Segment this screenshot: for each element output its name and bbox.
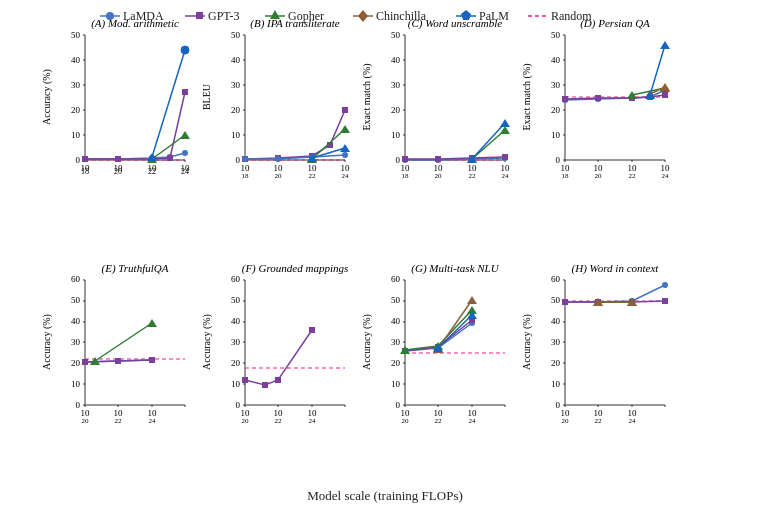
svg-text:60: 60 bbox=[71, 274, 81, 284]
svg-rect-220 bbox=[82, 359, 88, 365]
svg-text:10: 10 bbox=[231, 379, 241, 389]
svg-text:50: 50 bbox=[71, 30, 81, 40]
svg-text:40: 40 bbox=[551, 316, 561, 326]
chart-container: LaMDA GPT-3 Gopher Chinchilla PaLM Rando… bbox=[0, 0, 770, 516]
svg-text:22: 22 bbox=[435, 417, 443, 425]
svg-rect-256 bbox=[275, 377, 281, 383]
svg-text:(G) Multi-task NLU: (G) Multi-task NLU bbox=[411, 262, 499, 275]
svg-text:Accuracy (%): Accuracy (%) bbox=[41, 314, 53, 370]
svg-text:40: 40 bbox=[71, 55, 81, 65]
svg-text:Exact match (%): Exact match (%) bbox=[361, 63, 373, 130]
svg-text:30: 30 bbox=[71, 80, 81, 90]
svg-text:50: 50 bbox=[551, 30, 561, 40]
svg-text:30: 30 bbox=[391, 80, 401, 90]
svg-text:24: 24 bbox=[149, 417, 157, 425]
svg-text:10: 10 bbox=[551, 130, 561, 140]
svg-text:22: 22 bbox=[148, 167, 156, 176]
svg-rect-181 bbox=[662, 92, 668, 98]
svg-rect-136 bbox=[435, 156, 441, 162]
x-axis-label: Model scale (training FLOPs) bbox=[307, 488, 463, 503]
svg-text:Accuracy (%): Accuracy (%) bbox=[41, 69, 53, 125]
svg-text:(B) IPA transliterate: (B) IPA transliterate bbox=[250, 17, 340, 30]
svg-text:30: 30 bbox=[391, 337, 401, 347]
svg-text:(F) Grounded mappings: (F) Grounded mappings bbox=[242, 262, 349, 275]
svg-text:20: 20 bbox=[114, 167, 122, 176]
svg-text:40: 40 bbox=[391, 316, 401, 326]
svg-text:Exact match (%): Exact match (%) bbox=[521, 63, 533, 130]
svg-rect-222 bbox=[149, 357, 155, 363]
svg-text:(D) Persian QA: (D) Persian QA bbox=[580, 17, 650, 30]
svg-text:20: 20 bbox=[71, 358, 81, 368]
svg-text:30: 30 bbox=[231, 80, 241, 90]
svg-text:20: 20 bbox=[71, 105, 81, 115]
svg-text:Accuracy (%): Accuracy (%) bbox=[201, 314, 213, 370]
svg-rect-254 bbox=[242, 377, 248, 383]
svg-rect-336 bbox=[662, 298, 668, 304]
svg-text:20: 20 bbox=[562, 417, 570, 425]
svg-text:50: 50 bbox=[231, 30, 241, 40]
svg-rect-178 bbox=[595, 95, 601, 101]
svg-point-94 bbox=[242, 156, 248, 162]
svg-text:24: 24 bbox=[629, 417, 637, 425]
svg-text:20: 20 bbox=[242, 417, 250, 425]
svg-text:22: 22 bbox=[309, 172, 317, 180]
svg-rect-135 bbox=[402, 156, 408, 162]
svg-text:22: 22 bbox=[595, 417, 603, 425]
svg-text:10: 10 bbox=[71, 379, 81, 389]
svg-rect-177 bbox=[562, 96, 568, 102]
svg-text:22: 22 bbox=[115, 417, 123, 425]
svg-text:20: 20 bbox=[402, 417, 410, 425]
svg-text:50: 50 bbox=[551, 295, 561, 305]
svg-text:(H) Word in context: (H) Word in context bbox=[572, 262, 660, 275]
svg-rect-138 bbox=[502, 154, 508, 160]
svg-text:20: 20 bbox=[82, 417, 90, 425]
svg-text:40: 40 bbox=[231, 55, 241, 65]
svg-text:40: 40 bbox=[231, 316, 241, 326]
svg-text:10: 10 bbox=[391, 130, 401, 140]
svg-text:20: 20 bbox=[391, 358, 401, 368]
svg-text:18: 18 bbox=[562, 172, 570, 180]
svg-text:60: 60 bbox=[551, 274, 561, 284]
svg-text:20: 20 bbox=[595, 172, 603, 180]
svg-text:20: 20 bbox=[551, 105, 561, 115]
svg-text:GPT-3: GPT-3 bbox=[208, 9, 240, 23]
svg-text:30: 30 bbox=[551, 80, 561, 90]
svg-text:Accuracy (%): Accuracy (%) bbox=[521, 314, 533, 370]
svg-text:20: 20 bbox=[275, 172, 283, 180]
svg-text:(E) TruthfulQA: (E) TruthfulQA bbox=[102, 262, 169, 275]
svg-text:50: 50 bbox=[231, 295, 241, 305]
svg-point-332 bbox=[662, 282, 668, 288]
svg-text:(C) Word unscramble: (C) Word unscramble bbox=[408, 17, 503, 30]
svg-text:BLEU: BLEU bbox=[201, 83, 212, 110]
svg-text:20: 20 bbox=[391, 105, 401, 115]
svg-text:20: 20 bbox=[231, 358, 241, 368]
svg-marker-297 bbox=[467, 296, 477, 304]
svg-rect-333 bbox=[562, 299, 568, 305]
svg-rect-255 bbox=[262, 382, 268, 388]
svg-text:50: 50 bbox=[71, 295, 81, 305]
svg-marker-187 bbox=[660, 41, 670, 49]
svg-text:24: 24 bbox=[342, 172, 350, 180]
svg-marker-101 bbox=[340, 144, 350, 152]
svg-point-50 bbox=[182, 150, 188, 156]
svg-marker-142 bbox=[500, 119, 510, 127]
svg-text:50: 50 bbox=[391, 30, 401, 40]
svg-text:10: 10 bbox=[71, 130, 81, 140]
svg-text:40: 40 bbox=[391, 55, 401, 65]
svg-rect-221 bbox=[115, 358, 121, 364]
svg-rect-55 bbox=[182, 89, 188, 95]
svg-text:24: 24 bbox=[502, 172, 510, 180]
svg-text:22: 22 bbox=[629, 172, 637, 180]
svg-text:22: 22 bbox=[469, 172, 477, 180]
svg-text:20: 20 bbox=[231, 105, 241, 115]
svg-text:Accuracy (%): Accuracy (%) bbox=[361, 314, 373, 370]
svg-rect-54 bbox=[167, 155, 173, 161]
svg-point-97 bbox=[342, 152, 348, 158]
svg-rect-93 bbox=[342, 107, 348, 113]
svg-text:30: 30 bbox=[551, 337, 561, 347]
svg-rect-52 bbox=[115, 156, 121, 162]
svg-text:10: 10 bbox=[551, 379, 561, 389]
svg-text:22: 22 bbox=[275, 417, 283, 425]
svg-text:18: 18 bbox=[402, 172, 410, 180]
svg-text:30: 30 bbox=[71, 337, 81, 347]
